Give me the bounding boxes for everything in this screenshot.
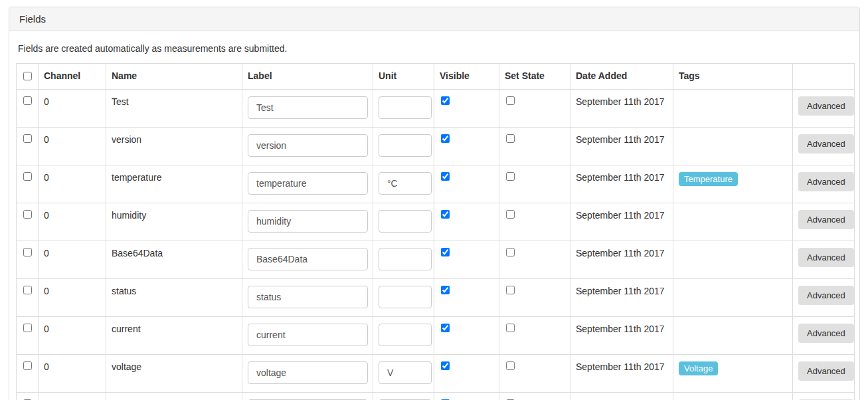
visible-checkbox[interactable]	[441, 361, 450, 370]
field-row-Test: 0TestSeptember 11th 2017Advanced	[17, 90, 855, 128]
visible-checkbox[interactable]	[441, 134, 450, 143]
set-state-cell	[499, 355, 570, 393]
column-header-actions	[793, 64, 855, 90]
advanced-button[interactable]: Advanced	[798, 361, 854, 381]
row-select-checkbox[interactable]	[23, 96, 32, 105]
fields-description: Fields are created automatically as meas…	[18, 43, 853, 54]
unit-input[interactable]	[379, 324, 432, 346]
label-input[interactable]	[248, 134, 368, 157]
unit-cell	[373, 279, 434, 317]
visible-checkbox[interactable]	[441, 172, 450, 181]
select-cell	[17, 203, 39, 241]
advanced-button[interactable]: Advanced	[798, 172, 854, 191]
set-state-cell	[499, 165, 570, 203]
row-select-checkbox[interactable]	[23, 134, 32, 143]
unit-cell	[373, 355, 434, 393]
label-cell	[242, 203, 373, 241]
label-input[interactable]	[248, 172, 368, 195]
set-state-cell	[499, 241, 570, 279]
label-input[interactable]	[248, 286, 368, 308]
unit-input[interactable]	[379, 361, 432, 384]
label-cell	[242, 165, 373, 203]
label-input[interactable]	[248, 210, 368, 233]
column-header-unit: Unit	[373, 64, 434, 90]
unit-input[interactable]	[379, 210, 432, 233]
advanced-button[interactable]: Advanced	[798, 210, 854, 229]
tags-cell: Voltage	[673, 355, 793, 393]
set-state-checkbox[interactable]	[506, 210, 515, 219]
label-input[interactable]	[248, 248, 368, 270]
advanced-button[interactable]: Advanced	[798, 286, 854, 305]
row-select-checkbox[interactable]	[23, 286, 32, 294]
visible-checkbox[interactable]	[441, 324, 450, 332]
visible-checkbox[interactable]	[441, 248, 450, 256]
select-cell	[17, 279, 39, 317]
actions-cell: Advanced	[793, 90, 855, 128]
select-cell	[17, 355, 39, 393]
name-cell: current	[106, 317, 242, 355]
label-input[interactable]	[248, 324, 368, 346]
field-row-status: 0statusSeptember 11th 2017Advanced	[17, 279, 855, 317]
tags-cell	[673, 279, 793, 317]
date-added-cell: September 11th 2017	[570, 355, 673, 393]
set-state-cell	[499, 90, 570, 128]
select-all-checkbox[interactable]	[23, 72, 32, 80]
set-state-checkbox[interactable]	[506, 248, 515, 256]
unit-input[interactable]	[379, 286, 432, 308]
unit-cell	[373, 203, 434, 241]
date-added-cell: September 11th 2017	[570, 203, 673, 241]
visible-checkbox[interactable]	[441, 210, 450, 219]
tags-cell: Temperature	[673, 165, 793, 203]
column-header-set-state: Set State	[499, 64, 570, 90]
date-added-cell: September 11th 2017	[570, 393, 673, 400]
unit-cell	[373, 317, 434, 355]
set-state-checkbox[interactable]	[506, 361, 515, 370]
visible-checkbox[interactable]	[441, 96, 450, 105]
channel-cell: 0	[39, 279, 106, 317]
set-state-checkbox[interactable]	[506, 286, 515, 294]
label-cell	[242, 279, 373, 317]
set-state-checkbox[interactable]	[506, 324, 515, 332]
tag-badge: Temperature	[679, 172, 738, 186]
label-input[interactable]	[248, 96, 368, 119]
row-select-checkbox[interactable]	[23, 172, 32, 181]
row-select-checkbox[interactable]	[23, 210, 32, 219]
set-state-cell	[499, 279, 570, 317]
label-cell	[242, 393, 373, 400]
select-cell	[17, 241, 39, 279]
row-select-checkbox[interactable]	[23, 248, 32, 256]
unit-input[interactable]	[379, 134, 432, 157]
set-state-checkbox[interactable]	[506, 134, 515, 143]
unit-input[interactable]	[379, 248, 432, 270]
name-cell: voltage	[106, 355, 242, 393]
label-cell	[242, 317, 373, 355]
row-select-checkbox[interactable]	[23, 324, 32, 332]
row-select-checkbox[interactable]	[23, 361, 32, 370]
label-input[interactable]	[248, 361, 368, 384]
column-header-visible: Visible	[434, 64, 499, 90]
column-header-date-added: Date Added	[570, 64, 673, 90]
channel-cell: 0	[39, 317, 106, 355]
advanced-button[interactable]: Advanced	[798, 248, 854, 267]
field-row-humidity: 0humiditySeptember 11th 2017Advanced	[17, 203, 855, 241]
column-header-channel: Channel	[39, 64, 106, 90]
date-added-cell: September 11th 2017	[570, 241, 673, 279]
set-state-checkbox[interactable]	[506, 172, 515, 181]
channel-cell: 0	[39, 355, 106, 393]
channel-cell: 0	[39, 393, 106, 400]
advanced-button[interactable]: Advanced	[798, 324, 854, 343]
unit-cell	[373, 393, 434, 400]
unit-input[interactable]	[379, 96, 432, 119]
advanced-button[interactable]: Advanced	[798, 96, 854, 116]
advanced-button[interactable]: Advanced	[798, 134, 854, 153]
field-row-voltage: 0voltageSeptember 11th 2017VoltageAdvanc…	[17, 355, 855, 393]
visible-checkbox[interactable]	[441, 286, 450, 294]
set-state-checkbox[interactable]	[506, 96, 515, 105]
unit-input[interactable]	[379, 172, 432, 195]
date-added-cell: September 11th 2017	[570, 128, 673, 165]
field-row-temperature: 0temperatureSeptember 11th 2017Temperatu…	[17, 165, 855, 203]
column-header-tags: Tags	[673, 64, 793, 90]
select-cell	[17, 393, 39, 400]
visible-cell	[434, 355, 499, 393]
fields-table-body: 0TestSeptember 11th 2017Advanced0version…	[17, 90, 855, 400]
